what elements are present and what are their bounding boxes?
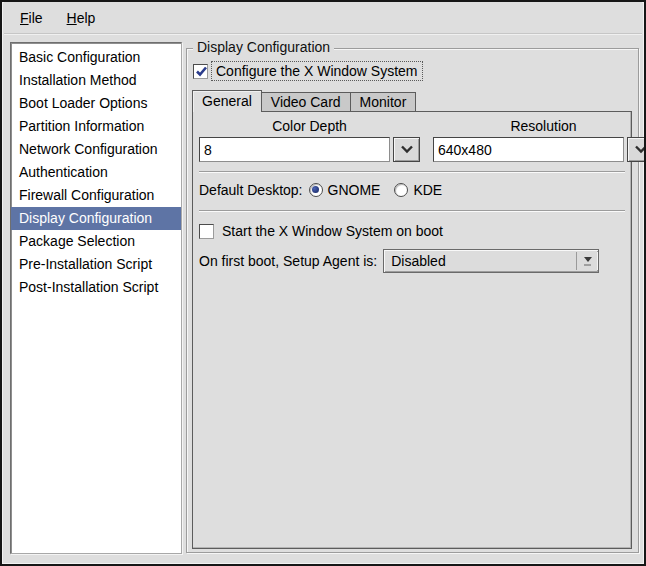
- resolution-combo: [433, 137, 646, 162]
- start-x-label[interactable]: Start the X Window System on boot: [218, 222, 447, 240]
- sidebar-item-post-installation-script[interactable]: Post-Installation Script: [11, 276, 181, 299]
- desktop-radio-group: GNOME KDE: [309, 182, 457, 198]
- display-notebook: General Video Card Monitor Color Depth: [192, 89, 632, 549]
- chevron-down-icon: [400, 145, 414, 154]
- kde-radio-label[interactable]: KDE: [413, 182, 442, 198]
- sidebar-item-authentication[interactable]: Authentication: [11, 161, 181, 184]
- tab-monitor[interactable]: Monitor: [351, 92, 417, 111]
- sidebar-item-boot-loader-options[interactable]: Boot Loader Options: [11, 92, 181, 115]
- configure-x-row: Configure the X Window System: [193, 62, 638, 80]
- setup-agent-value: Disabled: [384, 253, 576, 269]
- start-x-checkbox[interactable]: [199, 224, 214, 239]
- resolution-dropdown-button[interactable]: [627, 137, 646, 162]
- gnome-radio[interactable]: [309, 183, 323, 197]
- option-menu-arrow-icon: [576, 252, 598, 270]
- section-list: Basic Configuration Installation Method …: [10, 42, 182, 554]
- resolution-field: Resolution: [433, 118, 646, 162]
- sidebar-item-package-selection[interactable]: Package Selection: [11, 230, 181, 253]
- radio-dot: [312, 186, 319, 193]
- color-depth-dropdown-button[interactable]: [393, 137, 420, 162]
- separator: [199, 171, 625, 173]
- menu-help[interactable]: Help: [55, 5, 108, 31]
- tab-general[interactable]: General: [192, 90, 262, 112]
- sidebar-item-display-configuration[interactable]: Display Configuration: [11, 207, 181, 230]
- configure-x-label[interactable]: Configure the X Window System: [212, 62, 422, 80]
- display-configuration-frame: Display Configuration Configure the X Wi…: [186, 48, 639, 553]
- combo-row: Color Depth Resolution: [199, 118, 625, 162]
- setup-agent-option-menu[interactable]: Disabled: [383, 249, 599, 273]
- default-desktop-label: Default Desktop:: [199, 182, 303, 198]
- general-tab-page: Color Depth Resolution: [192, 111, 632, 549]
- configure-x-checkbox[interactable]: [193, 64, 208, 79]
- color-depth-input[interactable]: [199, 137, 390, 162]
- sidebar-item-firewall-configuration[interactable]: Firewall Configuration: [11, 184, 181, 207]
- menu-file[interactable]: File: [8, 5, 55, 31]
- sidebar-item-installation-method[interactable]: Installation Method: [11, 69, 181, 92]
- color-depth-label: Color Depth: [199, 118, 420, 134]
- default-desktop-row: Default Desktop: GNOME KDE: [199, 178, 625, 201]
- kickstart-configurator-window: { "menubar": { "items": [ { "label": "Fi…: [0, 0, 646, 566]
- separator: [199, 210, 625, 212]
- gnome-radio-label[interactable]: GNOME: [328, 182, 381, 198]
- resolution-input[interactable]: [433, 137, 624, 162]
- tab-bar: General Video Card Monitor: [192, 89, 632, 111]
- setup-agent-row: On first boot, Setup Agent is: Disabled: [199, 249, 625, 273]
- tab-video-card[interactable]: Video Card: [262, 92, 351, 111]
- kde-radio[interactable]: [394, 183, 408, 197]
- color-depth-combo: [199, 137, 420, 162]
- sidebar-item-pre-installation-script[interactable]: Pre-Installation Script: [11, 253, 181, 276]
- setup-agent-label: On first boot, Setup Agent is:: [199, 253, 377, 269]
- sidebar-item-network-configuration[interactable]: Network Configuration: [11, 138, 181, 161]
- chevron-down-icon: [634, 145, 646, 154]
- sidebar-item-partition-information[interactable]: Partition Information: [11, 115, 181, 138]
- color-depth-field: Color Depth: [199, 118, 420, 162]
- menubar: File Help: [4, 2, 642, 34]
- sidebar-item-basic-configuration[interactable]: Basic Configuration: [11, 46, 181, 69]
- resolution-label: Resolution: [433, 118, 646, 134]
- checkmark-icon: [194, 64, 209, 79]
- start-x-row: Start the X Window System on boot: [199, 222, 625, 240]
- frame-title: Display Configuration: [193, 39, 334, 55]
